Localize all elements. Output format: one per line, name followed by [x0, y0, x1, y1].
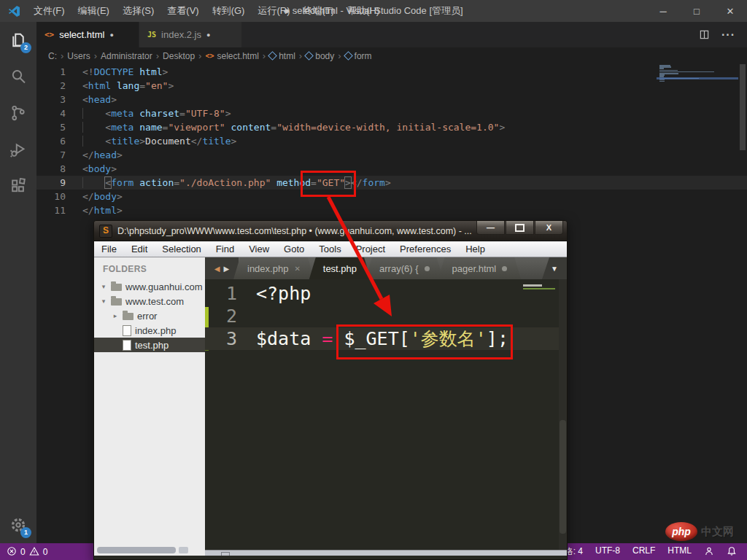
sublime-scrollbar[interactable]: [559, 279, 567, 550]
sublime-minimap[interactable]: [523, 284, 555, 291]
breadcrumb-item[interactable]: html: [268, 51, 296, 61]
close-button[interactable]: ✕: [713, 0, 747, 22]
sublime-code-area[interactable]: 1<?php23$data = $_GET['参数名'];: [205, 279, 567, 550]
more-actions-icon[interactable]: ···: [721, 28, 735, 42]
menubar-item[interactable]: 转到(G): [206, 0, 252, 22]
php-cn-watermark: php 中文网: [665, 522, 734, 541]
breadcrumb-item[interactable]: Users: [66, 51, 90, 61]
code-line: 5 <meta name="viewport" content="width=d…: [36, 120, 747, 134]
tab-scroll-arrows[interactable]: ◀ ▶: [205, 257, 239, 279]
tab-label: test.php: [323, 263, 357, 274]
tree-item-label: index.php: [135, 325, 176, 336]
tree-item-index.php[interactable]: index.php: [94, 323, 205, 338]
code-line: 2<html lang="en">: [36, 79, 747, 93]
problems-status[interactable]: 0 0: [0, 546, 47, 557]
red-highlight-box: d="GET">: [305, 177, 351, 188]
sublime-tab-index.php[interactable]: index.php✕: [233, 257, 314, 279]
sublime-maximize-button[interactable]: [506, 221, 534, 235]
line-number: 9: [36, 176, 66, 190]
sublime-status-strip: [205, 550, 567, 556]
line-number: 1: [205, 282, 237, 305]
sublime-close-button[interactable]: X: [535, 221, 563, 235]
folders-header: FOLDERS: [94, 257, 205, 279]
twisty-icon[interactable]: ▾: [100, 283, 107, 290]
menubar-item[interactable]: 帮助(H): [341, 0, 386, 22]
sublime-menu-item[interactable]: Find: [209, 244, 241, 254]
sublime-menu-item[interactable]: Tools: [311, 244, 348, 254]
menubar-item[interactable]: 编辑(E): [71, 0, 116, 22]
breadcrumb-item[interactable]: form: [344, 51, 373, 61]
sidebar-h-scrollbar[interactable]: [97, 547, 176, 553]
breadcrumb-separator: ›: [263, 50, 266, 61]
breadcrumb-separator: ›: [94, 50, 97, 61]
search-icon[interactable]: [0, 58, 36, 95]
breadcrumb-item[interactable]: Administrator: [100, 51, 153, 61]
tab-label: index.2.js: [161, 29, 201, 40]
minimap[interactable]: [659, 65, 732, 82]
sublime-menu-item[interactable]: File: [94, 244, 124, 254]
twisty-icon[interactable]: ▾: [100, 298, 107, 305]
notifications-bell-icon[interactable]: [727, 546, 737, 557]
sublime-tab-pager.html[interactable]: pager.html: [438, 257, 522, 279]
source-control-icon[interactable]: [0, 95, 36, 131]
explorer-badge: 2: [20, 42, 31, 53]
line-number: 8: [36, 162, 66, 176]
sublime-menu-item[interactable]: Project: [349, 244, 392, 254]
feedback-person-icon[interactable]: [704, 546, 714, 557]
run-debug-icon[interactable]: [0, 131, 36, 168]
editor-tab-index.2.js[interactable]: JSindex.2.js●: [139, 22, 242, 47]
menubar-item[interactable]: 选择(S): [116, 0, 160, 22]
status-item[interactable]: CRLF: [632, 545, 655, 558]
symbol-icon: [304, 51, 314, 61]
sublime-menu-item[interactable]: Edit: [124, 244, 155, 254]
sublime-window: S D:\phpstudy_pro\WWW\www.test.com\test.…: [93, 220, 568, 560]
sublime-tab-test.php[interactable]: test.php: [309, 257, 371, 279]
manage-gear-icon[interactable]: 1: [0, 507, 36, 543]
sublime-menu-item[interactable]: Help: [458, 244, 492, 254]
editor-scrollbar[interactable]: [740, 64, 746, 150]
maximize-button[interactable]: □: [680, 0, 713, 22]
red-highlight-box: $_GET['参数名'];: [344, 328, 508, 349]
tree-item-www.test.com[interactable]: ▾www.test.com: [94, 294, 205, 308]
minimap-selection-band: [657, 77, 738, 79]
line-number: 2: [205, 305, 237, 327]
tree-item-www.guanhui.com[interactable]: ▾www.guanhui.com: [94, 279, 205, 294]
split-editor-icon[interactable]: [699, 29, 710, 40]
tree-item-test.php[interactable]: test.php: [94, 338, 205, 352]
breadcrumb-item[interactable]: body: [305, 51, 335, 61]
sublime-menu-item[interactable]: View: [241, 244, 276, 254]
sublime-menu-item[interactable]: Preferences: [392, 244, 458, 254]
line-number: 6: [36, 134, 66, 148]
menubar-item[interactable]: 文件(F): [27, 0, 71, 22]
tab-nav-right-icon[interactable]: ▶: [224, 265, 230, 273]
line-number: 3: [36, 93, 66, 106]
tab-nav-left-icon[interactable]: ◀: [214, 265, 220, 273]
menubar-item[interactable]: 运行(R): [251, 0, 296, 22]
sublime-app-icon: S: [99, 225, 112, 238]
sublime-tab-array(6) {[interactable]: array(6) {: [365, 257, 443, 279]
breadcrumb-item[interactable]: C:: [47, 51, 58, 61]
menubar-item[interactable]: 查看(V): [160, 0, 205, 22]
breadcrumb-item[interactable]: <>select.html: [204, 51, 259, 61]
twisty-icon[interactable]: ▸: [112, 312, 119, 319]
editor-tab-select.html[interactable]: <>select.html●: [36, 22, 139, 47]
sublime-sidebar: FOLDERS ▾www.guanhui.com▾www.test.com▸er…: [94, 257, 205, 556]
status-item[interactable]: HTML: [667, 545, 692, 558]
sublime-menu-item[interactable]: Goto: [276, 244, 311, 254]
minimize-button[interactable]: ─: [646, 0, 680, 22]
close-tab-icon[interactable]: ✕: [294, 265, 300, 273]
file-icon: [123, 340, 131, 351]
line-number: 5: [36, 120, 66, 134]
menubar-item[interactable]: 终端(T): [296, 0, 341, 22]
sublime-minimize-button[interactable]: —: [476, 221, 505, 235]
tab-dropdown-icon[interactable]: ▼: [542, 257, 567, 279]
editor-tab-bar: <>select.html●JSindex.2.js● ···: [36, 22, 747, 47]
status-item[interactable]: UTF-8: [595, 545, 620, 558]
breadcrumb-item[interactable]: Desktop: [162, 51, 196, 61]
explorer-icon[interactable]: 2: [0, 22, 36, 58]
sublime-menu-item[interactable]: Selection: [155, 244, 208, 254]
line-number: 11: [36, 203, 66, 217]
tree-item-error[interactable]: ▸error: [94, 308, 205, 323]
extensions-icon[interactable]: [0, 168, 36, 204]
sublime-titlebar[interactable]: S D:\phpstudy_pro\WWW\www.test.com\test.…: [94, 221, 567, 241]
